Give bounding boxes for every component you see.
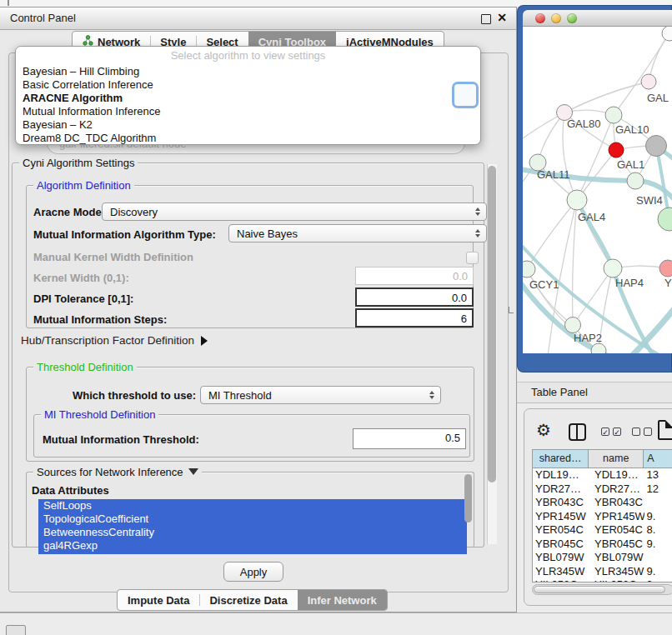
stepper-arrows-icon xyxy=(475,208,480,216)
table-cell: YLR345W xyxy=(533,565,589,579)
data-attribute-item[interactable]: SelfLoops xyxy=(38,499,467,512)
mi-steps-input[interactable]: 6 xyxy=(355,308,474,328)
network-node[interactable] xyxy=(567,190,587,210)
document-icon[interactable] xyxy=(658,420,672,440)
mi-steps-label: Mutual Information Steps: xyxy=(33,313,167,326)
tab-impute-data[interactable]: Impute Data xyxy=(118,590,199,610)
hub-definition-expander[interactable]: Hub/Transcription Factor Definition xyxy=(21,334,208,347)
focused-search-button[interactable] xyxy=(452,82,479,108)
algorithm-option[interactable]: Bayesian – Hill Climbing xyxy=(16,65,480,78)
network-node[interactable] xyxy=(659,260,672,277)
network-node[interactable] xyxy=(605,107,622,123)
aracne-mode-combo[interactable]: Discovery xyxy=(102,202,487,221)
table-cell: YPR145W xyxy=(533,510,589,524)
table-row[interactable]: YDL19…YDL19…13 xyxy=(533,468,672,482)
window-zoom-button[interactable] xyxy=(567,13,577,23)
dpi-tolerance-input[interactable]: 0.0 xyxy=(355,288,474,307)
algorithm-option[interactable]: Basic Correlation Inference xyxy=(16,78,480,92)
table-row[interactable]: YBR043CYBR043C xyxy=(533,496,672,510)
algorithm-definition-title: Algorithm Definition xyxy=(33,179,134,192)
algorithm-dropdown-popup: Select algorithm to view settings Bayesi… xyxy=(15,46,481,145)
tab-label: Infer Network xyxy=(308,594,377,607)
mi-threshold-group: MI Threshold Definition Mutual Informati… xyxy=(33,414,470,458)
table-cell: YIL052C xyxy=(589,578,644,582)
table-hscrollbar-track[interactable] xyxy=(532,584,672,595)
threshold-definition-title: Threshold Definition xyxy=(33,361,137,373)
control-panel-titlebar: Control Panel ✕ xyxy=(0,8,516,30)
algorithm-option[interactable]: Dream8 DC_TDC Algorithm xyxy=(16,132,480,145)
hub-definition-label: Hub/Transcription Factor Definition xyxy=(21,334,194,347)
network-node[interactable] xyxy=(565,318,581,333)
network-window-titlebar[interactable] xyxy=(523,10,672,27)
data-attribute-item[interactable]: TopologicalCoefficient xyxy=(38,512,467,526)
algorithm-option[interactable]: Bayesian – K2 xyxy=(16,118,480,132)
tab-discretize-data[interactable]: Discretize Data xyxy=(199,590,297,610)
mi-threshold-input[interactable]: 0.5 xyxy=(353,428,466,449)
table-cell: 12 xyxy=(644,482,672,497)
network-node[interactable] xyxy=(658,208,672,231)
table-cell: YBL079W xyxy=(533,551,589,565)
panel-splitter-handle[interactable] xyxy=(509,307,514,313)
network-node[interactable] xyxy=(609,142,624,158)
network-node[interactable] xyxy=(523,261,535,278)
gear-icon[interactable]: ⚙ xyxy=(536,422,551,438)
network-node-label: GAL80 xyxy=(567,118,600,130)
list-scrollbar[interactable] xyxy=(464,474,472,522)
collapsed-panel-button[interactable] xyxy=(6,625,26,635)
network-node[interactable] xyxy=(646,136,667,157)
network-node-label: GCY1 xyxy=(529,278,559,291)
network-node-label: HAP4 xyxy=(615,277,644,289)
manual-kernel-checkbox[interactable] xyxy=(466,252,479,264)
column-header[interactable]: shared… xyxy=(533,450,589,468)
network-node-label: Y xyxy=(664,277,672,289)
table-cell: 9. xyxy=(644,538,672,552)
top-tick xyxy=(8,0,9,6)
algorithm-option[interactable]: Mutual Information Inference xyxy=(16,105,480,118)
data-attribute-item[interactable]: gal4RGexp xyxy=(38,539,467,552)
table-row[interactable]: YLR345WYLR345W9. xyxy=(533,565,672,579)
algorithm-option-list: Bayesian – Hill ClimbingBasic Correlatio… xyxy=(16,65,480,145)
settings-scrollbar-thumb[interactable] xyxy=(488,166,496,482)
collapse-down-icon xyxy=(188,468,198,475)
table-cell: 13 xyxy=(644,468,672,482)
hide-columns-icon[interactable] xyxy=(632,428,652,436)
column-header[interactable]: A xyxy=(644,450,672,468)
network-node[interactable] xyxy=(627,172,644,189)
table-row[interactable]: YBR045CYBR045C9. xyxy=(533,538,672,552)
control-panel-title: Control Panel xyxy=(10,8,76,29)
float-window-icon[interactable] xyxy=(481,14,491,24)
table-cell: YDL19… xyxy=(589,468,644,482)
network-edge[interactable] xyxy=(573,200,577,325)
column-header[interactable]: name xyxy=(589,450,644,468)
network-canvas[interactable]: GALGAL80GAL10GAL1GAL11SWI4GAL4GCY1HAP4YH… xyxy=(523,27,672,353)
which-threshold-combo[interactable]: MI Threshold xyxy=(200,386,441,404)
network-edge[interactable] xyxy=(564,82,649,112)
split-columns-icon[interactable] xyxy=(569,423,586,441)
table-row[interactable]: YBL079WYBL079W xyxy=(533,551,672,565)
table-panel-title: Table Panel xyxy=(531,382,588,402)
sources-group-title[interactable]: Sources for Network Inference xyxy=(33,466,202,478)
table-hscrollbar-thumb[interactable] xyxy=(534,586,665,593)
data-attribute-item[interactable]: BetweennessCentrality xyxy=(38,526,467,539)
show-columns-icon[interactable]: ✓✓ xyxy=(601,428,621,436)
node-attribute-table[interactable]: shared…nameA YDL19…YDL19…13YDR27…YDR27…1… xyxy=(532,449,672,582)
window-close-button[interactable] xyxy=(535,13,545,23)
table-row[interactable]: YER054CYER054C8. xyxy=(533,523,672,538)
network-node[interactable] xyxy=(662,27,672,41)
close-icon[interactable]: ✕ xyxy=(497,11,507,24)
table-row[interactable]: YPR145WYPR145W9. xyxy=(533,510,672,524)
network-node[interactable] xyxy=(641,74,656,89)
table-cell: YBR045C xyxy=(533,538,589,552)
window-minimize-button[interactable] xyxy=(551,13,561,23)
tab-infer-network[interactable]: Infer Network xyxy=(298,590,387,610)
bottom-divider xyxy=(0,612,672,613)
mi-type-combo[interactable]: Naive Bayes xyxy=(228,224,487,242)
kernel-width-input[interactable]: 0.0 xyxy=(355,267,474,285)
network-graph[interactable]: GALGAL80GAL10GAL1GAL11SWI4GAL4GCY1HAP4YH… xyxy=(523,27,672,353)
table-row[interactable]: YIL052CYIL052C9 xyxy=(533,578,672,582)
apply-button[interactable]: Apply xyxy=(223,562,283,582)
network-node[interactable] xyxy=(604,259,622,278)
algorithm-option[interactable]: ARACNE Algorithm xyxy=(16,92,480,105)
table-row[interactable]: YDR27…YDR27…12 xyxy=(533,482,672,497)
network-node[interactable] xyxy=(591,343,606,353)
